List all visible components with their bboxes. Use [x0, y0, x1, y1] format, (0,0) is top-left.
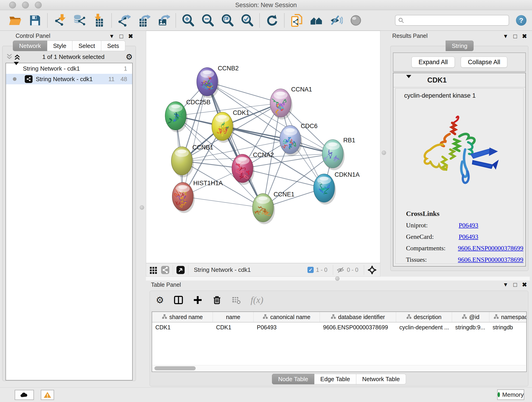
- tab-node-table[interactable]: Node Table: [272, 374, 314, 384]
- crosslink-link[interactable]: P06493: [459, 222, 478, 229]
- memory-button[interactable]: Memory: [497, 389, 524, 400]
- network-row[interactable]: String Network - cdk1 11 48: [6, 74, 132, 84]
- right-splitter-handle[interactable]: [382, 151, 386, 155]
- table-cell[interactable]: stringdb: [489, 322, 527, 332]
- tab-network[interactable]: Network: [13, 41, 47, 51]
- network-node-CDC25B[interactable]: CDC25B: [165, 99, 210, 132]
- collapse-all-button[interactable]: Collapse All: [461, 57, 507, 68]
- import-table-icon[interactable]: [93, 14, 106, 27]
- tab-style[interactable]: Style: [47, 41, 73, 51]
- table-options-gear-icon[interactable]: ⚙: [156, 295, 164, 305]
- zoom-in-icon[interactable]: [181, 14, 195, 27]
- birdseye-crosshair-icon[interactable]: [367, 265, 377, 275]
- tab-edge-table[interactable]: Edge Table: [314, 374, 356, 384]
- crosslink-link[interactable]: 9606.ENSP00000378699: [458, 256, 523, 263]
- export-network-icon[interactable]: [117, 14, 131, 27]
- column-header-canonical-name[interactable]: canonical name: [254, 312, 320, 322]
- network-collection-row[interactable]: String Network - cdk1 1: [6, 63, 132, 74]
- open-session-icon[interactable]: [9, 14, 22, 27]
- zoom-selected-icon[interactable]: [241, 14, 254, 27]
- collapse-all-icon[interactable]: [6, 53, 13, 60]
- network-node-CCNE1[interactable]: CCNE1: [253, 191, 294, 224]
- graphics-details-icon[interactable]: [310, 14, 323, 27]
- panel-menu-icon[interactable]: ▼: [503, 282, 508, 287]
- panel-menu-icon[interactable]: ▼: [109, 33, 114, 39]
- column-header-description[interactable]: description: [396, 312, 452, 322]
- panel-menu-icon[interactable]: ▼: [503, 33, 508, 39]
- column-header-shared-name[interactable]: shared name: [152, 312, 213, 322]
- column-header-database-identifier[interactable]: database identifier: [320, 312, 396, 322]
- hide-selected-icon[interactable]: [329, 14, 343, 27]
- network-edge[interactable]: [207, 82, 263, 208]
- grid-view-icon[interactable]: [149, 266, 158, 274]
- collapse-triangle-icon[interactable]: [406, 75, 411, 82]
- table-cell[interactable]: stringdb:9...: [452, 322, 489, 332]
- table-cell[interactable]: CDK1: [213, 322, 254, 332]
- scrollbar-thumb[interactable]: [154, 366, 196, 370]
- close-panel-icon[interactable]: ✖: [128, 33, 133, 39]
- network-options-gear-icon[interactable]: ⚙: [126, 52, 133, 61]
- network-node-CDKN1A[interactable]: CDKN1A: [314, 171, 360, 205]
- network-node-RB1[interactable]: RB1: [322, 137, 355, 170]
- toolbar-search[interactable]: [395, 15, 509, 26]
- left-splitter-handle[interactable]: [140, 205, 144, 210]
- apply-layout-icon[interactable]: [265, 14, 279, 27]
- delete-table-icon[interactable]: [231, 295, 241, 305]
- create-column-plus-icon[interactable]: [193, 295, 203, 305]
- crosslink-link[interactable]: P06493: [459, 233, 478, 240]
- crosslink-link[interactable]: 9606.ENSP00000378699: [458, 245, 523, 252]
- network-canvas[interactable]: CCNB2 CCNA1 CDC25B CDK1 CDC6 RB1: [146, 31, 380, 263]
- network-edge[interactable]: [183, 197, 263, 208]
- float-panel-icon[interactable]: □: [119, 33, 123, 39]
- network-node-HIST1H1A[interactable]: HIST1H1A: [172, 180, 223, 213]
- bottom-splitter-handle[interactable]: [335, 276, 340, 281]
- zoom-fit-icon[interactable]: [221, 14, 234, 27]
- table-cell[interactable]: cyclin-dependent ...: [396, 322, 452, 332]
- network-edge[interactable]: [242, 168, 324, 188]
- network-node-CDC6[interactable]: CDC6: [280, 123, 317, 156]
- table-cell[interactable]: 9606.ENSP00000378699: [320, 322, 396, 332]
- tab-string[interactable]: String: [446, 41, 474, 51]
- tab-network-table[interactable]: Network Table: [356, 374, 406, 384]
- table-row[interactable]: CDK1CDK1P064939606.ENSP00000378699cyclin…: [152, 322, 526, 332]
- export-image-icon[interactable]: [157, 14, 170, 27]
- delete-column-trash-icon[interactable]: [212, 295, 222, 305]
- import-network-icon[interactable]: [53, 14, 66, 27]
- export-table-icon[interactable]: [137, 14, 150, 27]
- collapse-triangle-icon[interactable]: [14, 62, 19, 72]
- help-button[interactable]: ?: [516, 15, 526, 26]
- zoom-out-icon[interactable]: [201, 14, 215, 27]
- cloud-button[interactable]: [15, 390, 34, 400]
- warnings-button[interactable]: [41, 390, 54, 400]
- save-session-icon[interactable]: [28, 14, 42, 27]
- network-node-CCNA1[interactable]: CCNA1: [270, 86, 312, 119]
- column-header-namespace[interactable]: namespace: [489, 312, 527, 322]
- column-header-@id[interactable]: @id: [452, 312, 489, 322]
- clone-network-icon[interactable]: [290, 14, 303, 27]
- expand-all-button[interactable]: Expand All: [412, 57, 455, 68]
- close-panel-icon[interactable]: ✖: [522, 33, 527, 39]
- table-horizontal-scrollbar[interactable]: [152, 365, 526, 371]
- close-panel-icon[interactable]: ✖: [522, 282, 527, 288]
- float-panel-icon[interactable]: □: [513, 33, 517, 39]
- table-cell[interactable]: P06493: [254, 322, 320, 332]
- table-cell[interactable]: CDK1: [152, 322, 213, 332]
- tab-select[interactable]: Select: [72, 41, 101, 51]
- network-node-CCNB1[interactable]: CCNB1: [171, 144, 213, 177]
- network-node-CDK1[interactable]: CDK1: [212, 109, 249, 143]
- network-view-mode-icon[interactable]: [161, 266, 170, 274]
- highlight-eye-icon[interactable]: [349, 14, 362, 27]
- show-columns-icon[interactable]: [174, 295, 183, 305]
- network-node-CCNB2[interactable]: CCNB2: [197, 65, 239, 98]
- detach-view-icon[interactable]: [176, 266, 185, 274]
- selected-checkbox-icon[interactable]: ✓: [307, 267, 314, 273]
- gene-section-header[interactable]: CDK1: [393, 73, 525, 87]
- expand-all-icon[interactable]: [13, 53, 21, 60]
- tab-sets[interactable]: Sets: [101, 41, 125, 51]
- gene-section-content: cyclin-dependent kinase 1: [395, 88, 524, 264]
- import-network-database-icon[interactable]: [73, 14, 86, 27]
- float-panel-icon[interactable]: □: [513, 282, 517, 288]
- column-header-name[interactable]: name: [213, 312, 254, 322]
- function-builder-icon[interactable]: f(x): [251, 294, 264, 305]
- search-input[interactable]: [406, 17, 506, 24]
